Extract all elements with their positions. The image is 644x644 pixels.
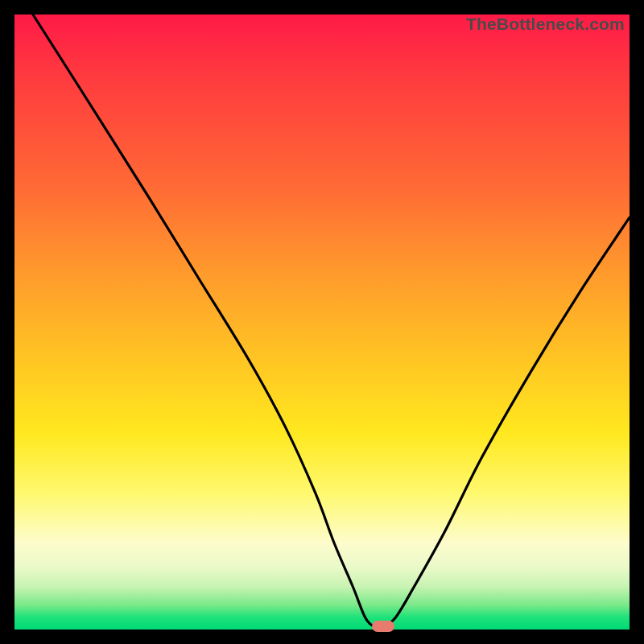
bottleneck-curve (33, 14, 630, 628)
plot-area: TheBottleneck.com (14, 14, 630, 630)
curve-svg (14, 14, 630, 630)
chart-frame: TheBottleneck.com (0, 0, 644, 644)
